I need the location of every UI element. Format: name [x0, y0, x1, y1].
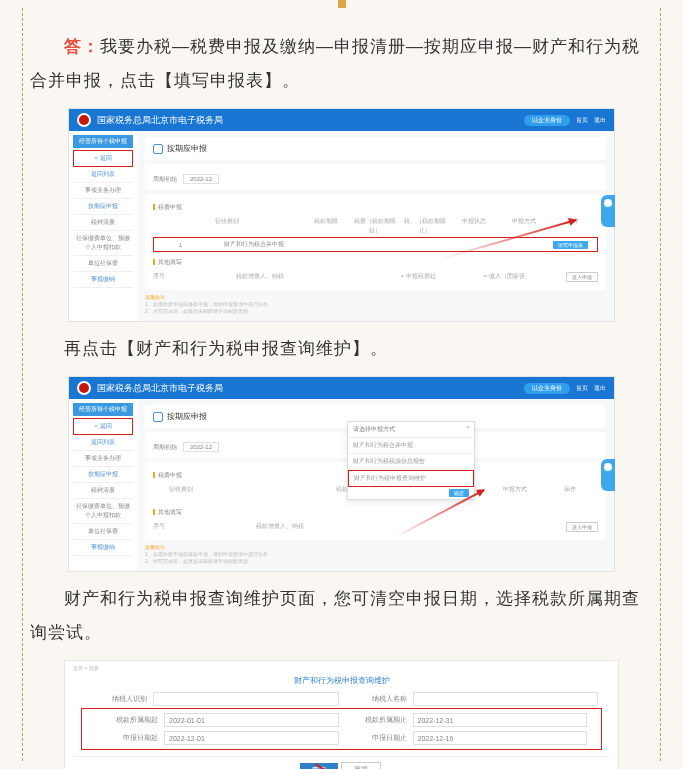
dialog-option[interactable]: 财产和行为税合并申报 — [348, 438, 474, 454]
float-help-icon[interactable] — [601, 459, 615, 491]
hdr-exit-link[interactable]: 退出 — [594, 116, 606, 125]
taxpayer-id-input[interactable] — [153, 692, 339, 706]
doc-icon — [153, 412, 163, 422]
portal-title: 国家税务总局北京市电子税务局 — [97, 114, 223, 127]
select-method-dialog: 请选择申报方式 × 财产和行为税合并申报 财产和行为税税源信息报告 财产和行为税… — [347, 421, 475, 500]
period-start-input[interactable]: 2022-01-01 — [164, 713, 339, 727]
answer-text: 我要办税—税费申报及缴纳—申报清册—按期应申报—财产和行为税合并申报，点击【填写… — [30, 37, 640, 90]
mid-paragraph-2: 财产和行为税申报查询维护页面，您可清空申报日期，选择税款所属期查询尝试。 — [30, 582, 653, 650]
breadcrumb: 首页 > 我要 — [73, 665, 610, 671]
sidebar: 经营所得个税申报 < 返回 返回列表 事项业务办理 按期应申报 税种清册 社保缴… — [69, 399, 137, 571]
sidebar: 经营所得个税申报 < 返回 返回列表 事项业务办理 按期应申报 税种清册 社保缴… — [69, 131, 137, 321]
sidebar-item[interactable]: 事项业务办理 — [73, 183, 133, 199]
doc-icon — [153, 144, 163, 154]
period-end-input[interactable]: 2022-12-31 — [413, 713, 588, 727]
close-icon[interactable]: × — [466, 424, 470, 430]
sidebar-item[interactable]: 单位社保费 — [73, 256, 133, 272]
screenshot-3: 首页 > 我要 财产和行为税申报查询维护 纳税人识别 纳税人名称 税款所属期起 … — [64, 660, 619, 769]
tax-logo-icon — [77, 381, 91, 395]
hdr-identity-pill[interactable]: 以企业身份 — [524, 383, 570, 394]
declare-start-input[interactable]: 2022-12-01 — [164, 731, 339, 745]
sidebar-item[interactable]: 事报缴纳 — [73, 272, 133, 288]
answer-paragraph: 答：我要办税—税费申报及缴纳—申报清册—按期应申报—财产和行为税合并申报，点击【… — [30, 30, 653, 98]
sidebar-item[interactable]: < 返回 — [73, 150, 133, 167]
dialog-title: 请选择申报方式 — [353, 426, 395, 432]
screenshot-1: 国家税务总局北京市电子税务局 以企业身份 首页 退出 经营所得个税申报 < 返回… — [68, 108, 615, 322]
dialog-option[interactable]: 财产和行为税税源信息报告 — [348, 454, 474, 470]
period-input[interactable]: 2022-12 — [183, 174, 219, 184]
highlight-box: 税款所属期起 2022-01-01 税款所属期止 2022-12-31 申报日期… — [81, 708, 602, 750]
page-title: 财产和行为税申报查询维护 — [73, 673, 610, 690]
screenshot-2: 国家税务总局北京市电子税务局 以企业身份 首页 退出 经营所得个税申报 < 返回… — [68, 376, 615, 572]
sidebar-item[interactable]: 税种清册 — [73, 215, 133, 231]
dialog-option-highlight[interactable]: 财产和行为税申报查询维护 — [348, 470, 474, 487]
fill-form-button[interactable]: 填写申报表 — [553, 241, 588, 249]
section-label: 税费申报 — [153, 203, 598, 212]
declare-end-input[interactable]: 2022-12-16 — [413, 731, 588, 745]
mid-paragraph-1: 再点击【财产和行为税申报查询维护】。 — [30, 332, 653, 366]
tax-logo-icon — [77, 113, 91, 127]
portal-header: 国家税务总局北京市电子税务局 以企业身份 首页 退出 — [69, 109, 614, 131]
sidebar-item[interactable]: 返回列表 — [73, 167, 133, 183]
hdr-identity-pill[interactable]: 以企业身份 — [524, 115, 570, 126]
hint-text: 温馨提示 1、如需作废申报或修改申报，请到申报查询中进行操作 2、填写完成后，如… — [145, 294, 606, 315]
enter-button[interactable]: 进入申报 — [566, 272, 598, 282]
section-label: 其他填写 — [153, 258, 598, 267]
dialog-ok-button[interactable]: 确定 — [449, 489, 469, 497]
period-label: 周期初始 — [153, 175, 177, 184]
answer-label: 答： — [64, 37, 100, 56]
field-label: 纳税人识别 — [85, 694, 147, 704]
reset-button[interactable]: 重置 — [341, 762, 381, 769]
float-help-icon[interactable] — [601, 195, 615, 227]
sidebar-item[interactable]: 社保缴费单位、预缴个人申报扣款 — [73, 231, 133, 256]
hdr-home-link[interactable]: 首页 — [576, 116, 588, 125]
panel-title: 按期应申报 — [153, 143, 598, 154]
portal-header: 国家税务总局北京市电子税务局 以企业身份 首页 退出 — [69, 377, 614, 399]
taxpayer-name-input[interactable] — [413, 692, 599, 706]
sidebar-header[interactable]: 经营所得个税申报 — [73, 135, 133, 148]
field-label: 纳税人名称 — [345, 694, 407, 704]
sidebar-item[interactable]: 按期应申报 — [73, 199, 133, 215]
table-row-highlight: 1 财产和行为税合并申报 填写申报表 — [153, 237, 598, 252]
portal-title: 国家税务总局北京市电子税务局 — [97, 382, 223, 395]
